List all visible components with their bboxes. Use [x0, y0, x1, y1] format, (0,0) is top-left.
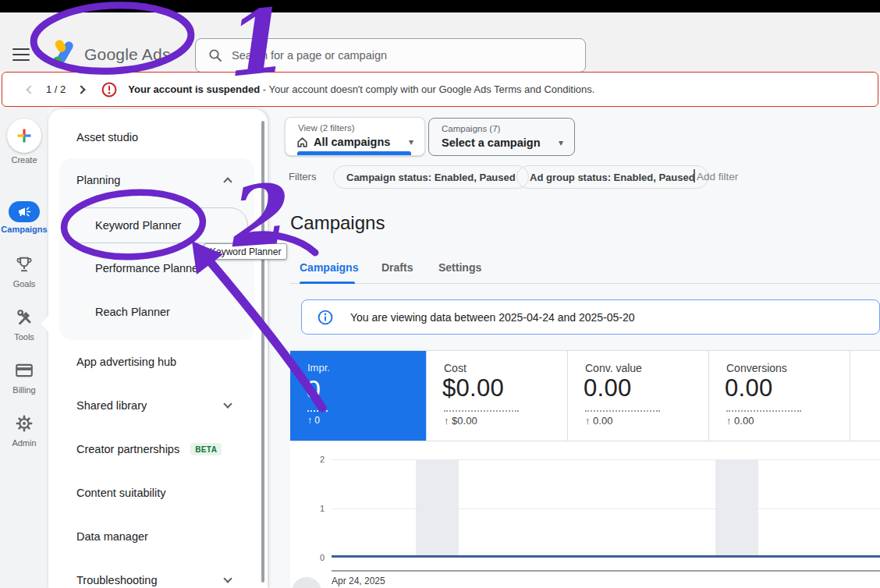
rail-label-tools: Tools	[0, 332, 48, 342]
view-selector-dropdown[interactable]: View (2 filters) All campaigns ▾	[285, 117, 425, 156]
y-axis-tick: 2	[309, 455, 325, 464]
scorecard-delta: ↑ $0.00	[444, 415, 477, 427]
y-axis-tick: 1	[309, 504, 325, 513]
x-axis-start-label: Apr 24, 2025	[332, 576, 385, 586]
window-top-strip	[0, 0, 880, 12]
scorecard-delta: ↑ 0.00	[585, 415, 612, 427]
filter-chip-campaign-status[interactable]: Campaign status: Enabled, Paused	[333, 165, 529, 189]
app-header: Google Ads Search for a page or campaign	[0, 12, 880, 72]
filter-chip-label: Campaign status: Enabled, Paused	[346, 172, 516, 183]
campaign-selector-value: Select a campaign	[442, 136, 541, 149]
nav-item-troubleshooting[interactable]: Troubleshooting	[76, 572, 157, 588]
scorecard-dotted-rule	[585, 410, 660, 412]
scorecard-value: 0	[306, 374, 321, 405]
rail-item-goals[interactable]: Goals	[0, 255, 48, 289]
rail-item-billing[interactable]: Billing	[0, 361, 48, 395]
nav-label-asset-studio: Asset studio	[76, 131, 138, 143]
scorecard-label: Conversions	[726, 362, 787, 374]
nav-item-performance-planner[interactable]: Performance Planner	[95, 260, 202, 277]
rail-item-campaigns[interactable]: Campaigns	[0, 201, 48, 234]
scorecard-delta: ↑ 0	[307, 415, 320, 426]
nav-item-data-manager[interactable]: Data manager	[76, 528, 148, 545]
add-filter-input[interactable]: Add filter	[697, 171, 738, 182]
alert-icon	[101, 82, 117, 97]
app-name: Google Ads	[84, 45, 171, 64]
scorecard-value: 0.00	[725, 374, 773, 402]
nav-label-keyword-planner: Keyword Planner	[95, 219, 181, 232]
nav-label-performance-planner: Performance Planner	[95, 262, 202, 275]
view-selected-indicator	[297, 151, 411, 155]
beta-badge: BETA	[190, 443, 222, 455]
alert-message: Your account is suspended - Your account…	[128, 83, 594, 95]
nav-item-app-advertising-hub[interactable]: App advertising hub	[76, 353, 176, 370]
view-selector-label: View (2 filters)	[298, 123, 355, 133]
search-input[interactable]: Search for a page or campaign	[195, 38, 586, 73]
scorecard-divider	[567, 350, 568, 441]
alert-title: Your account is suspended	[128, 83, 260, 95]
rail-label-campaigns: Campaigns	[0, 225, 48, 234]
rail-item-admin[interactable]: Admin	[0, 414, 48, 448]
scorecard-impressions[interactable]: Impr. 0 ↑ 0	[290, 351, 426, 441]
nav-item-shared-library[interactable]: Shared library	[76, 397, 147, 414]
panel-scrollbar[interactable]	[261, 121, 264, 583]
info-icon	[318, 310, 333, 325]
account-suspended-banner: 1 / 2 Your account is suspended - Your a…	[2, 72, 878, 107]
chart-horizontal-scrollbar[interactable]	[332, 570, 880, 572]
google-ads-logo-icon	[51, 39, 81, 67]
gear-icon	[15, 414, 34, 433]
scorecard-cost[interactable]: Cost $0.00 ↑ $0.00	[427, 351, 567, 441]
nav-label-shared-library: Shared library	[76, 399, 147, 412]
nav-label-keyword-planner-row[interactable]: Keyword Planner	[95, 217, 181, 234]
nav-item-asset-studio[interactable]: Asset studio	[76, 129, 138, 146]
nav-item-reach-planner[interactable]: Reach Planner	[95, 303, 170, 321]
scorecard-dotted-rule	[444, 410, 519, 412]
google-ads-app: Google Ads Search for a page or campaign…	[0, 0, 880, 588]
performance-chart	[290, 441, 880, 588]
nav-item-content-suitability[interactable]: Content suitability	[76, 484, 165, 501]
scorecard-label: Cost	[444, 362, 467, 374]
scorecard-divider	[850, 350, 850, 441]
tools-icon	[15, 308, 34, 327]
nav-label-creator-partnerships: Creator partnerships	[76, 443, 179, 455]
scorecard-value: $0.00	[442, 374, 504, 402]
filters-label: Filters	[289, 171, 316, 182]
date-range-message: You are viewing data between 2025-04-24 …	[350, 311, 635, 324]
rail-label-billing: Billing	[0, 385, 48, 395]
rail-item-create[interactable]: Create	[0, 119, 48, 165]
scorecard-conversions[interactable]: Conversions 0.00 ↑ 0.00	[709, 351, 850, 441]
tab-settings[interactable]: Settings	[438, 261, 481, 274]
scorecard-value: 0.00	[584, 374, 632, 402]
nav-label-app-advertising-hub: App advertising hub	[76, 356, 176, 368]
tab-drafts[interactable]: Drafts	[381, 261, 413, 274]
text-cursor	[694, 169, 695, 182]
campaign-selector-label: Campaigns (7)	[442, 124, 500, 133]
caret-down-icon: ▾	[559, 137, 563, 148]
nav-item-creator-partnerships[interactable]: Creator partnerships BETA	[76, 441, 222, 458]
nav-label-planning: Planning	[76, 174, 120, 186]
scorecard-label: Impr.	[307, 362, 330, 374]
tab-campaigns[interactable]: Campaigns	[300, 261, 358, 274]
campaign-selector-dropdown[interactable]: Campaigns (7) Select a campaign ▾	[428, 118, 575, 156]
banner-next-icon[interactable]	[77, 85, 86, 94]
hamburger-menu-icon[interactable]	[12, 48, 30, 61]
scorecard-delta: ↑ 0.00	[726, 415, 754, 427]
series-zero-line	[332, 555, 880, 558]
weekend-band	[416, 459, 459, 556]
nav-label-reach-planner: Reach Planner	[95, 306, 170, 318]
date-range-info-banner: You are viewing data between 2025-04-24 …	[301, 299, 880, 335]
gridline	[332, 508, 880, 509]
plus-icon	[16, 128, 32, 143]
rail-label-admin: Admin	[0, 438, 48, 448]
banner-prev-icon[interactable]	[26, 85, 34, 94]
nav-label-data-manager: Data manager	[76, 530, 148, 543]
scorecard-divider	[708, 350, 709, 441]
scorecard-divider	[426, 350, 427, 441]
tabs-divider	[290, 283, 880, 284]
home-icon	[296, 136, 308, 147]
filter-chip-ad-group-status[interactable]: Ad group status: Enabled, Paused	[516, 165, 708, 189]
scorecard-conv-value[interactable]: Conv. value 0.00 ↑ 0.00	[568, 351, 708, 441]
weekend-band	[715, 459, 758, 556]
nav-label-content-suitability: Content suitability	[76, 487, 165, 499]
nav-item-planning[interactable]: Planning	[76, 172, 120, 189]
rail-label-create: Create	[0, 155, 48, 165]
